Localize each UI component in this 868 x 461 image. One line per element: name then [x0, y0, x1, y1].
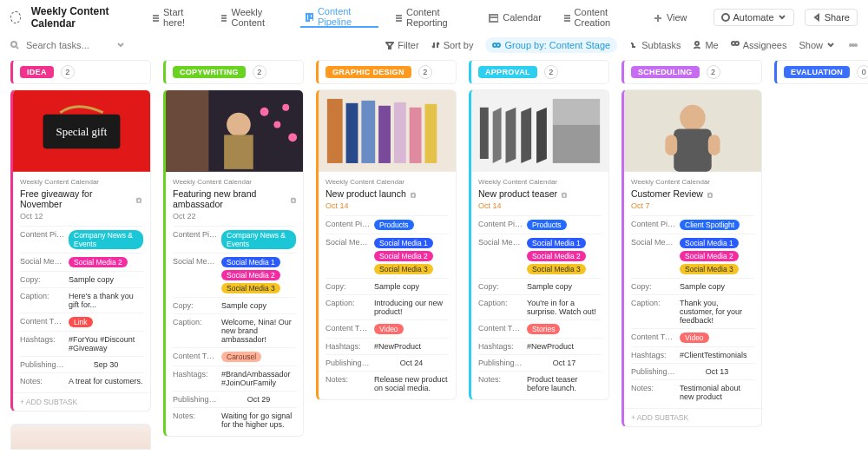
- filter-button[interactable]: Filter: [385, 40, 418, 50]
- field-value: Oct 17: [527, 359, 602, 367]
- field-label: Copy:: [478, 282, 523, 291]
- column-header-scheduling[interactable]: SCHEDULING 2: [621, 60, 762, 84]
- field-value: Sample copy: [69, 275, 143, 284]
- show-label: Show: [799, 40, 823, 50]
- card-product-teaser[interactable]: Weekly Content Calendar New product teas…: [469, 89, 609, 400]
- field-label: Publishing D...: [631, 367, 676, 376]
- view-label: Start here!: [163, 7, 199, 28]
- svg-rect-41: [708, 135, 720, 155]
- filter-icon: [385, 41, 394, 49]
- stage-count: 2: [418, 65, 432, 79]
- share-icon: [812, 13, 821, 22]
- field-label: Copy:: [326, 282, 371, 291]
- add-subtask-button[interactable]: + ADD SUBTASK: [624, 408, 761, 426]
- tag-sm2: Social Media 2: [221, 270, 280, 280]
- tag-sm2: Social Media 2: [374, 251, 433, 261]
- search-icon: [10, 41, 19, 49]
- show-button[interactable]: Show: [799, 40, 835, 50]
- column-header-copywriting[interactable]: COPYWRITING 2: [163, 60, 304, 84]
- card-title: Featuring new brand ambassador: [173, 188, 286, 209]
- svg-point-11: [850, 44, 852, 46]
- card-customer-review[interactable]: Weekly Content Calendar Customer Review …: [621, 89, 762, 427]
- column-header-graphic-design[interactable]: GRAPHIC DESIGN 2: [316, 60, 457, 84]
- card-thumbnail: [624, 90, 761, 173]
- assignees-button[interactable]: Assignees: [731, 40, 787, 50]
- column-scheduling: Weekly Content Calendar Customer Review …: [621, 89, 762, 450]
- groupby-button[interactable]: Group by: Content Stage: [485, 37, 617, 53]
- field-label: Hashtags:: [631, 351, 676, 359]
- field-label: Publishing D...: [173, 395, 218, 404]
- field-label: Notes:: [173, 412, 218, 420]
- field-value: Oct 13: [680, 367, 754, 376]
- sortby-label: Sort by: [444, 40, 474, 50]
- assignees-label: Assignees: [743, 40, 787, 50]
- field-label: Content Pillar:: [20, 230, 65, 239]
- new-task-button[interactable]: + NEW TASK: [774, 89, 868, 100]
- card-free-giveaway[interactable]: Special gift Weekly Content Calendar Fre…: [10, 89, 151, 412]
- field-label: Copy:: [631, 282, 676, 291]
- field-label: Content Pillar:: [326, 220, 371, 228]
- field-label: Copy:: [173, 301, 218, 310]
- stage-pill: GRAPHIC DESIGN: [326, 66, 411, 78]
- sortby-button[interactable]: Sort by: [431, 40, 474, 50]
- subtasks-label: Subtasks: [641, 40, 681, 50]
- subtasks-button[interactable]: Subtasks: [629, 40, 681, 50]
- field-label: Caption:: [326, 299, 371, 307]
- card-peek[interactable]: [10, 424, 151, 450]
- card-thumbnail: [319, 90, 456, 173]
- add-subtask-button[interactable]: + ADD SUBTASK: [13, 392, 150, 411]
- page-title: Weekly Content Calendar: [31, 5, 133, 30]
- card-brand-ambassador[interactable]: Weekly Content Calendar Featuring new br…: [163, 89, 304, 437]
- svg-rect-28: [361, 101, 375, 163]
- search-input[interactable]: [24, 39, 111, 51]
- view-start-here[interactable]: Start here!: [146, 7, 203, 28]
- stage-count: 2: [544, 65, 558, 79]
- svg-rect-36: [553, 125, 600, 163]
- card-product-launch[interactable]: Weekly Content Calendar New product laun…: [316, 89, 457, 400]
- field-label: Content Pillar:: [173, 230, 218, 239]
- add-view[interactable]: View: [648, 7, 693, 28]
- me-button[interactable]: Me: [693, 40, 718, 50]
- more-icon[interactable]: [849, 41, 858, 49]
- field-value: Sample copy: [374, 282, 449, 291]
- card-crumb: Weekly Content Calendar: [478, 178, 602, 186]
- svg-point-12: [852, 44, 854, 46]
- view-label: Weekly Content: [231, 7, 285, 28]
- view-weekly-content[interactable]: Weekly Content: [214, 7, 290, 28]
- field-value: #BrandAmbassador #JoinOurFamily: [221, 370, 296, 387]
- card-crumb: Weekly Content Calendar: [20, 178, 143, 186]
- share-label: Share: [825, 12, 850, 23]
- chevron-down-icon[interactable]: [116, 41, 125, 49]
- field-value: #ForYou #Discount #Giveaway: [69, 335, 143, 352]
- field-value: A treat for customers.: [69, 377, 143, 385]
- field-value: Waiting for go signal for the higher ups…: [221, 412, 296, 429]
- field-label: Publishing D...: [478, 359, 523, 367]
- view-calendar[interactable]: Calendar: [483, 7, 547, 28]
- view-label: View: [667, 12, 687, 23]
- column-header-idea[interactable]: IDEA 2: [10, 60, 151, 84]
- column-header-evaluation[interactable]: EVALUATION 0: [774, 60, 868, 84]
- share-button[interactable]: Share: [805, 9, 858, 26]
- tag-sm2: Social Media 2: [527, 251, 586, 261]
- field-value: Welcome, Nina! Our new brand ambassador!: [221, 318, 296, 344]
- field-label: Publishing D...: [326, 359, 371, 367]
- view-content-creation[interactable]: Content Creation: [557, 7, 637, 28]
- svg-rect-1: [310, 14, 312, 18]
- me-label: Me: [705, 40, 718, 50]
- field-label: Social Media...: [631, 238, 676, 247]
- field-label: Content Type:: [173, 352, 218, 360]
- tag-stories: Stories: [527, 324, 560, 334]
- field-value: Sample copy: [221, 301, 296, 310]
- view-content-pipeline[interactable]: Content Pipeline: [300, 7, 378, 28]
- svg-point-10: [735, 42, 739, 45]
- column-header-approval[interactable]: APPROVAL 2: [469, 60, 609, 84]
- svg-point-13: [855, 44, 857, 46]
- field-label: Publishing D...: [20, 360, 65, 369]
- field-value: Sample copy: [680, 282, 754, 291]
- view-content-reporting[interactable]: Content Reporting: [389, 7, 473, 28]
- automate-button[interactable]: Automate: [713, 9, 794, 26]
- svg-rect-30: [394, 102, 406, 163]
- field-value: #NewProduct: [527, 342, 602, 351]
- svg-point-4: [722, 14, 729, 21]
- field-value: You're in for a surprise. Watch out!: [527, 299, 602, 316]
